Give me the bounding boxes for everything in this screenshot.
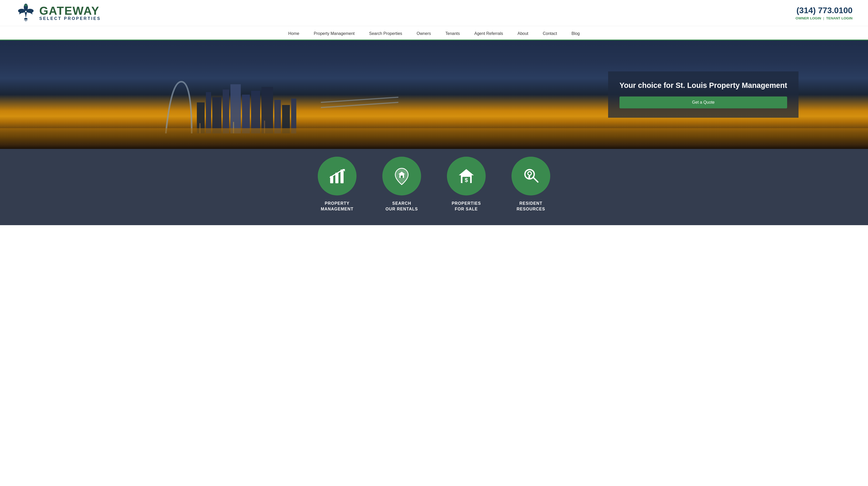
logo-text: GATEWAY SELECT PROPERTIES: [39, 5, 101, 21]
get-quote-button[interactable]: Get a Quote: [619, 97, 787, 109]
hero-title: Your choice for St. Louis Property Manag…: [619, 81, 787, 90]
nav-item-home[interactable]: Home: [281, 30, 307, 39]
logo-select-text: SELECT PROPERTIES: [39, 16, 101, 21]
feature-search-rentals[interactable]: SEARCHOUR RENTALS: [382, 156, 421, 212]
hero-section: Your choice for St. Louis Property Manag…: [0, 40, 868, 149]
logo-icon: [16, 3, 36, 23]
login-links: OWNER LOGIN | TENANT LOGIN: [796, 16, 852, 20]
feature-icon-resident-resources: [512, 156, 550, 195]
logo-gateway-text: GATEWAY: [39, 5, 101, 17]
svg-rect-5: [206, 92, 211, 134]
svg-line-35: [533, 177, 538, 182]
hero-wrapper: Your choice for St. Louis Property Manag…: [0, 40, 868, 225]
svg-rect-9: [242, 95, 250, 134]
feature-label-resident-resources: RESIDENTRESOURCES: [517, 201, 545, 212]
svg-point-31: [528, 172, 531, 175]
owner-login-link[interactable]: OWNER LOGIN: [796, 16, 821, 20]
feature-label-property-management: PROPERTYMANAGEMENT: [321, 201, 353, 212]
hero-card: Your choice for St. Louis Property Manag…: [608, 72, 799, 118]
feature-properties-for-sale[interactable]: $ PROPERTIESFOR SALE: [447, 156, 486, 212]
svg-rect-7: [223, 89, 229, 134]
nav-item-search-properties[interactable]: Search Properties: [362, 30, 409, 39]
feature-icon-search-rentals: [382, 156, 421, 195]
svg-rect-11: [261, 87, 273, 134]
nav-item-agent-referrals[interactable]: Agent Referrals: [467, 30, 510, 39]
main-nav: HomeProperty ManagementSearch Properties…: [0, 26, 868, 40]
logo-area: GATEWAY SELECT PROPERTIES: [16, 3, 101, 23]
feature-label-search-rentals: SEARCHOUR RENTALS: [385, 201, 418, 212]
phone-number: (314) 773.0100: [796, 6, 852, 15]
feature-icon-property-management: [318, 156, 356, 195]
header-contact: (314) 773.0100 OWNER LOGIN | TENANT LOGI…: [796, 6, 852, 20]
feature-property-management[interactable]: PROPERTYMANAGEMENT: [318, 156, 356, 212]
svg-rect-6: [212, 97, 221, 134]
svg-rect-22: [340, 170, 344, 183]
features-section: PROPERTYMANAGEMENT SEARCHOUR RENTALS $ P…: [0, 149, 868, 225]
svg-rect-3: [24, 18, 27, 20]
nav-item-owners[interactable]: Owners: [409, 30, 438, 39]
feature-resident-resources[interactable]: RESIDENTRESOURCES: [512, 156, 550, 212]
login-separator: |: [823, 16, 824, 20]
nav-item-property-management[interactable]: Property Management: [306, 30, 362, 39]
nav-item-blog[interactable]: Blog: [564, 30, 587, 39]
site-header: GATEWAY SELECT PROPERTIES (314) 773.0100…: [0, 0, 868, 26]
nav-item-contact[interactable]: Contact: [535, 30, 564, 39]
svg-line-16: [321, 103, 398, 108]
feature-label-properties-for-sale: PROPERTIESFOR SALE: [452, 201, 481, 212]
svg-line-15: [321, 97, 398, 103]
svg-text:$: $: [465, 177, 468, 183]
nav-item-tenants[interactable]: Tenants: [438, 30, 467, 39]
tenant-login-link[interactable]: TENANT LOGIN: [826, 16, 852, 20]
svg-rect-8: [230, 84, 241, 134]
feature-icon-properties-for-sale: $: [447, 156, 486, 195]
svg-rect-26: [401, 175, 403, 178]
svg-rect-10: [251, 91, 260, 134]
skyline-svg: [0, 77, 564, 134]
nav-item-about[interactable]: About: [510, 30, 535, 39]
hero-water: [0, 128, 868, 149]
